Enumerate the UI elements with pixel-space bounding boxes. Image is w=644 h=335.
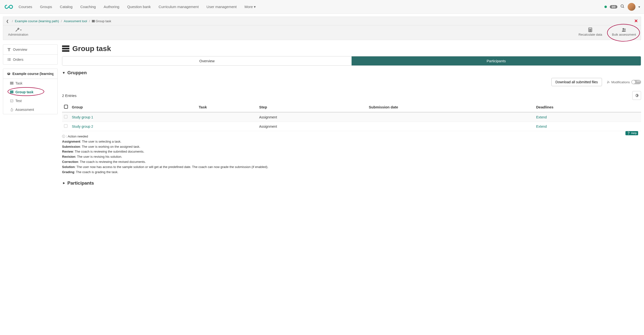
chevron-down-icon: ▾ — [20, 28, 22, 31]
col-step[interactable]: Step — [257, 102, 367, 112]
col-task[interactable]: Task — [197, 102, 257, 112]
select-all-checkbox[interactable] — [64, 105, 68, 109]
cube-icon — [7, 72, 10, 75]
breadcrumb-back-icon[interactable]: ❮ — [6, 19, 10, 23]
col-group[interactable]: Group — [70, 102, 197, 112]
status-dot-icon — [604, 5, 607, 8]
page-title: Group task — [62, 44, 641, 53]
bars-icon — [10, 91, 14, 93]
nav-authoring[interactable]: Authoring — [104, 5, 119, 9]
bulk-assessment-tool[interactable]: Bulk assessment — [610, 27, 638, 36]
breadcrumb: ❮ / Example course (learning path) / Ass… — [3, 16, 641, 25]
breadcrumb-tool[interactable]: Assessment tool — [64, 19, 87, 23]
close-icon[interactable]: ✕ — [634, 18, 638, 24]
sidebar-course-root[interactable]: Example course (learning — [3, 69, 58, 79]
sidebar-orders[interactable]: Orders — [3, 55, 58, 64]
user-menu-caret-icon[interactable]: ▾ — [638, 5, 640, 9]
col-deadlines[interactable]: Deadlines — [534, 102, 641, 112]
groups-table: Group Task Step Submission date Deadline… — [62, 102, 641, 131]
svg-rect-13 — [7, 58, 8, 59]
bulk-assessment-label: Bulk assessment — [612, 33, 636, 36]
svg-point-11 — [622, 28, 624, 30]
svg-rect-27 — [62, 48, 70, 49]
row-checkbox[interactable] — [64, 115, 68, 118]
table-row: Study group 1 Assignment Extend — [62, 112, 641, 122]
main-content: Group task Overview Participants ▼ Grupp… — [62, 44, 641, 188]
wrench-icon — [15, 27, 20, 32]
nav-courses[interactable]: Courses — [18, 5, 32, 9]
nav-coaching[interactable]: Coaching — [80, 5, 96, 9]
caret-down-icon: ▼ — [62, 71, 66, 75]
tabs: Overview Participants — [62, 56, 641, 66]
check-square-icon — [10, 99, 14, 103]
svg-rect-21 — [10, 84, 14, 84]
svg-rect-19 — [10, 82, 14, 82]
sidebar: Overview Orders Example course (learning… — [3, 44, 58, 188]
section-groups-toggle[interactable]: ▼ Gruppen — [62, 70, 641, 75]
avatar[interactable] — [628, 3, 636, 11]
table-settings-button[interactable] — [632, 91, 641, 100]
svg-rect-15 — [7, 59, 8, 60]
svg-line-1 — [623, 7, 624, 8]
caret-right-icon: ▼ — [62, 181, 66, 185]
sidebar-item-assessment[interactable]: Assessment — [3, 105, 58, 114]
group-link[interactable]: Study group 2 — [72, 124, 93, 128]
sidebar-item-test[interactable]: Test — [3, 96, 58, 105]
extend-link[interactable]: Extend — [536, 124, 547, 128]
svg-rect-16 — [8, 59, 11, 60]
group-link[interactable]: Study group 1 — [72, 115, 93, 119]
svg-rect-4 — [92, 22, 95, 22]
modifications-toggle[interactable]: Modifications OFF — [607, 80, 641, 84]
svg-rect-22 — [10, 91, 14, 91]
top-nav: Courses Groups Catalog Coaching Authorin… — [0, 0, 644, 14]
bars-icon — [62, 45, 70, 52]
logo[interactable] — [4, 1, 15, 12]
calculator-icon — [588, 27, 593, 32]
nav-user-mgmt[interactable]: User management — [206, 5, 236, 9]
extend-link[interactable]: Extend — [536, 115, 547, 119]
toolbar: ▾ Administration Recalculate data Bulk a… — [3, 25, 641, 40]
list-icon — [7, 58, 11, 61]
nav-question-bank[interactable]: Question bank — [127, 5, 151, 9]
recalculate-label: Recalculate data — [578, 33, 602, 36]
svg-rect-28 — [62, 50, 70, 51]
svg-rect-2 — [92, 20, 95, 21]
breadcrumb-course[interactable]: Example course (learning path) — [15, 19, 59, 23]
toggle-switch[interactable]: OFF — [631, 80, 641, 84]
tab-participants[interactable]: Participants — [352, 56, 641, 65]
recalculate-tool[interactable]: Recalculate data — [576, 27, 604, 36]
chevron-down-icon: ▾ — [254, 5, 256, 9]
sidebar-overview[interactable]: Overview — [3, 45, 58, 55]
nav-catalog[interactable]: Catalog — [60, 5, 72, 9]
info-icon: ⓘ — [62, 135, 65, 138]
rss-icon — [607, 81, 610, 83]
trophy-icon — [7, 48, 11, 51]
svg-rect-24 — [10, 92, 14, 93]
section-participants-toggle[interactable]: ▼ Participants — [62, 180, 641, 186]
table-row: Study group 2 Assignment Extend — [62, 122, 641, 131]
help-button[interactable]: ❔ Help — [626, 131, 638, 135]
svg-rect-23 — [10, 92, 14, 92]
bars-icon — [10, 82, 14, 85]
download-files-button[interactable]: Download all submitted files — [552, 78, 602, 86]
svg-rect-20 — [10, 83, 14, 83]
sidebar-item-group-task[interactable]: Group task — [3, 88, 58, 96]
svg-rect-18 — [8, 60, 11, 61]
administration-tool[interactable]: ▾ Administration — [6, 27, 30, 36]
nav-curriculum[interactable]: Curriculum management — [158, 5, 198, 9]
nav-more[interactable]: More▾ — [244, 5, 256, 9]
svg-rect-3 — [92, 21, 95, 21]
notification-badge[interactable]: 0/0 — [610, 5, 617, 8]
breadcrumb-current: Group task — [92, 19, 111, 23]
info-legend: ⓘ : Action needed Assignment: The user i… — [62, 134, 641, 175]
tab-overview[interactable]: Overview — [62, 56, 352, 65]
row-checkbox[interactable] — [64, 124, 68, 128]
users-icon — [622, 27, 626, 32]
nav-groups[interactable]: Groups — [40, 5, 52, 9]
gear-icon — [635, 93, 639, 97]
thumbs-up-icon — [10, 108, 14, 111]
search-icon[interactable] — [620, 4, 625, 9]
col-submission[interactable]: Submission date — [367, 102, 534, 112]
sidebar-item-task[interactable]: Task — [3, 79, 58, 88]
svg-rect-17 — [7, 60, 8, 61]
